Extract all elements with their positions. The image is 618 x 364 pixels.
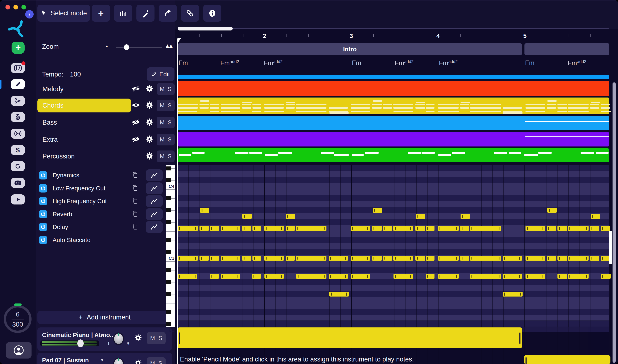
mute-button[interactable]: M — [150, 360, 155, 364]
midi-note[interactable] — [178, 226, 198, 231]
horizontal-scrollbar-thumb[interactable] — [178, 27, 233, 30]
midi-note[interactable] — [601, 226, 610, 231]
effect-curve-button[interactable] — [146, 169, 163, 181]
midi-note[interactable] — [221, 256, 240, 260]
sidebar-item-pencil[interactable] — [11, 79, 25, 89]
pan-knob[interactable] — [113, 358, 124, 364]
instrument-settings-button[interactable] — [134, 334, 142, 342]
effect-curve-button[interactable] — [146, 195, 163, 207]
effect-copy-button[interactable] — [132, 223, 138, 231]
window-minimize-button[interactable] — [13, 5, 18, 10]
black-key[interactable] — [166, 208, 171, 212]
midi-note[interactable] — [547, 208, 557, 213]
magic-wand-button[interactable] — [136, 5, 155, 22]
midi-note[interactable] — [503, 292, 523, 297]
midi-note[interactable] — [568, 274, 589, 279]
effect-copy-button[interactable] — [132, 210, 138, 218]
instrument-name[interactable]: Pad 07 | Sustain — [42, 357, 89, 364]
midi-note[interactable] — [460, 214, 470, 219]
midi-note[interactable] — [547, 226, 556, 231]
volume-slider[interactable] — [40, 340, 99, 346]
track-select-bass[interactable]: Bass — [38, 116, 131, 130]
midi-note[interactable] — [286, 226, 295, 231]
extra-lane[interactable] — [178, 132, 609, 146]
effect-copy-button[interactable] — [132, 197, 138, 205]
tempo-strip[interactable] — [178, 75, 609, 79]
black-key[interactable] — [166, 178, 171, 182]
track-select-percussion[interactable]: Percussion — [38, 149, 131, 163]
midi-note[interactable] — [264, 256, 284, 260]
solo-button[interactable]: S — [168, 153, 171, 160]
mute-button[interactable]: M — [160, 86, 165, 92]
sidebar-item-play[interactable] — [11, 195, 25, 205]
black-key[interactable] — [166, 310, 171, 314]
midi-note[interactable] — [200, 208, 209, 213]
effect-power-button[interactable] — [39, 184, 47, 193]
midi-note[interactable] — [383, 226, 392, 231]
sidebar-item-discord[interactable] — [11, 178, 25, 188]
midi-note[interactable] — [416, 214, 425, 219]
midi-note[interactable] — [242, 214, 252, 219]
midi-note[interactable] — [393, 226, 413, 231]
black-key[interactable] — [166, 292, 171, 296]
midi-note[interactable] — [438, 256, 459, 260]
midi-note[interactable] — [199, 256, 209, 260]
section-unlabeled[interactable] — [525, 43, 609, 55]
midi-note[interactable] — [503, 274, 522, 279]
window-zoom-button[interactable] — [21, 5, 26, 10]
midi-note[interactable] — [351, 256, 370, 260]
midi-note[interactable] — [557, 226, 567, 231]
black-key[interactable] — [166, 220, 171, 224]
midi-note[interactable] — [373, 208, 382, 213]
solo-button[interactable]: S — [158, 335, 162, 341]
midi-note[interactable] — [264, 274, 284, 279]
visibility-on-button[interactable] — [131, 102, 140, 109]
midi-note[interactable] — [178, 256, 198, 260]
midi-note[interactable] — [547, 256, 556, 260]
mute-button[interactable]: M — [160, 153, 165, 160]
midi-note[interactable] — [286, 256, 295, 260]
solo-button[interactable]: S — [168, 119, 171, 126]
link-button[interactable] — [181, 5, 199, 22]
window-close-button[interactable] — [5, 5, 10, 10]
midi-note[interactable] — [296, 274, 327, 279]
sidebar-item-dollar[interactable]: $ — [11, 145, 25, 155]
midi-note[interactable] — [252, 274, 261, 279]
track-select-extra[interactable]: Extra — [38, 133, 131, 146]
midi-note[interactable] — [415, 226, 425, 231]
pan-knob[interactable] — [113, 332, 124, 345]
midi-note[interactable] — [590, 256, 599, 260]
midi-note[interactable] — [372, 226, 382, 231]
track-settings-button[interactable] — [146, 118, 153, 127]
black-key[interactable] — [166, 167, 171, 170]
zoom-in-icon[interactable]: ▲▲ — [165, 43, 171, 49]
midi-note[interactable] — [526, 256, 545, 260]
info-button[interactable] — [203, 5, 221, 22]
zoom-out-icon[interactable]: ▲ — [105, 44, 109, 48]
chords-lane[interactable] — [178, 98, 609, 114]
midi-note[interactable] — [557, 274, 567, 279]
midi-note[interactable] — [568, 226, 589, 231]
mute-button[interactable]: M — [150, 335, 155, 341]
midi-note[interactable] — [394, 274, 413, 279]
black-key[interactable] — [166, 196, 171, 200]
effect-curve-button[interactable] — [146, 208, 163, 220]
midi-note[interactable] — [470, 274, 501, 279]
midi-note[interactable] — [351, 274, 370, 279]
visibility-off-button[interactable] — [131, 136, 140, 143]
midi-note[interactable] — [329, 274, 348, 279]
percussion-lane[interactable] — [178, 148, 609, 162]
sidebar-item-medal[interactable] — [11, 112, 25, 122]
midi-note[interactable] — [460, 226, 469, 231]
solo-button[interactable]: S — [168, 102, 171, 109]
stats-button[interactable] — [114, 5, 132, 22]
midi-note[interactable] — [221, 274, 240, 279]
midi-note[interactable] — [242, 226, 251, 231]
midi-note[interactable] — [264, 226, 284, 231]
effect-curve-button[interactable] — [146, 221, 163, 233]
midi-note[interactable] — [199, 226, 209, 231]
effect-power-button[interactable] — [39, 171, 47, 180]
midi-note[interactable] — [242, 256, 251, 260]
tempo-edit-button[interactable]: Edit — [147, 67, 174, 81]
midi-note[interactable] — [178, 274, 197, 279]
